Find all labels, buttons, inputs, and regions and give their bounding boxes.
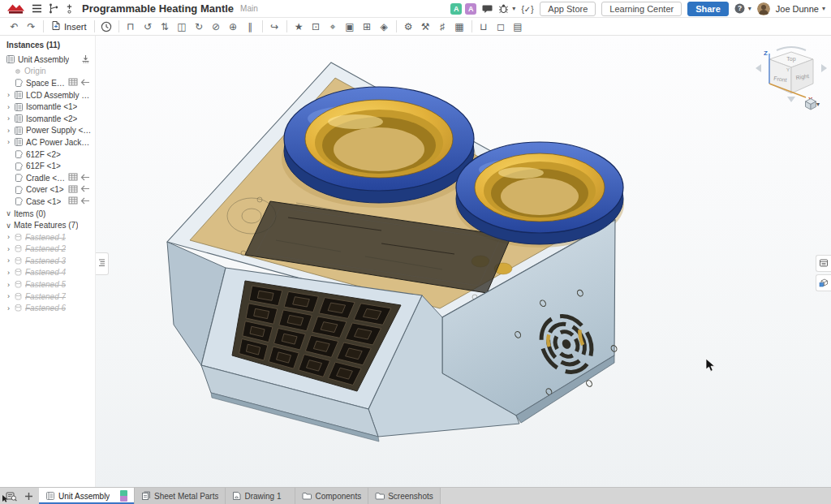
tree-item-fastened-6[interactable]: ›Fastened 6 [0, 302, 95, 314]
appearance-panel-toggle[interactable] [816, 255, 831, 272]
tree-item-case-1[interactable]: Case <1> [0, 196, 95, 208]
chevron-right-icon[interactable]: › [6, 281, 11, 289]
follow-mode-icon[interactable] [65, 3, 75, 14]
share-button[interactable]: Share [687, 2, 729, 16]
roll-arrow-icon[interactable] [777, 47, 806, 50]
tree-item-612f-1[interactable]: 612F <1> [0, 160, 95, 172]
bug-caret-icon[interactable]: ▾ [512, 5, 515, 12]
insert-structure-icon[interactable]: ▦ [451, 19, 468, 35]
undo-icon[interactable]: ↶ [6, 19, 23, 35]
tree-section-mate-features-7[interactable]: ∨Mate Features (7) [0, 219, 95, 231]
exploded-view-icon[interactable]: ⊔ [476, 19, 493, 35]
doc-tab-components[interactable]: Components [295, 488, 368, 504]
structure-panel-toggle[interactable] [96, 252, 109, 275]
pin-slot-mate-icon[interactable]: ⊘ [208, 19, 225, 35]
tree-item-isomantle-1[interactable]: ›Isomantle <1> [0, 101, 95, 113]
tree-item-unit-assembly[interactable]: Unit Assembly [0, 54, 95, 66]
chevron-right-icon[interactable]: › [6, 138, 11, 146]
tree-item-isomantle-2[interactable]: ›Isomantle <2> [0, 113, 95, 125]
viewcube-top-label[interactable]: Top [786, 56, 795, 62]
group-icon[interactable]: ▣ [342, 19, 359, 35]
planar-mate-icon[interactable]: ◫ [174, 19, 191, 35]
tree-item-fastened-1[interactable]: ›Fastened 1 [0, 231, 95, 243]
tree-item-space-envelo[interactable]: Space Envelo... [0, 77, 95, 89]
chevron-right-icon[interactable]: › [6, 103, 11, 111]
insert-button[interactable]: Insert [47, 20, 91, 32]
user-name[interactable]: Joe Dunne [776, 4, 819, 14]
bug-report-icon[interactable] [498, 3, 509, 14]
snap-mode-icon[interactable]: ↪ [266, 19, 283, 35]
chevron-right-icon[interactable]: › [6, 233, 11, 241]
cylindrical-mate-icon[interactable]: ↻ [191, 19, 208, 35]
app-store-button[interactable]: App Store [540, 2, 596, 16]
fastened-mate-icon[interactable]: ⊓ [123, 19, 140, 35]
tree-item-origin[interactable]: Origin [0, 66, 95, 78]
configuration-panel-toggle[interactable] [816, 274, 831, 291]
rack-pinion-relation-icon[interactable]: ⚒ [417, 19, 434, 35]
main-menu-icon[interactable] [32, 4, 42, 13]
add-tab-icon[interactable] [24, 492, 33, 501]
tree-item-ac-power-jack-1[interactable]: ›AC Power Jack <1> [0, 136, 95, 149]
tree-item-fastened-7[interactable]: ›Fastened 7 [0, 291, 95, 303]
rotate-down-arrow-icon[interactable] [787, 97, 795, 102]
linear-pattern-icon[interactable]: ⊞ [359, 19, 376, 35]
user-caret-icon[interactable]: ▾ [822, 5, 825, 12]
tree-item-612f-2[interactable]: 612F <2> [0, 149, 95, 161]
tree-item-fastened-3[interactable]: ›Fastened 3 [0, 255, 95, 267]
replicate-icon[interactable]: ★ [291, 19, 308, 35]
isomantle-2[interactable] [456, 142, 623, 244]
circular-pattern-icon[interactable]: ◈ [376, 19, 393, 35]
workspace-name[interactable]: Main [240, 4, 258, 13]
display-states-icon[interactable]: ◻ [493, 19, 510, 35]
doc-tab-screenshots[interactable]: Screenshots [368, 488, 441, 504]
bom-icon[interactable]: ▤ [510, 19, 527, 35]
user-avatar[interactable] [757, 2, 770, 15]
doc-tab-unit-assembly[interactable]: Unit Assembly [39, 488, 135, 504]
revolute-mate-icon[interactable]: ↺ [140, 19, 157, 35]
view-cube[interactable]: Top Front Right Y Z X [754, 45, 829, 106]
tree-section-items-0[interactable]: ∨Items (0) [0, 208, 95, 220]
tree-item-cradle-1[interactable]: Cradle <1> [0, 172, 95, 184]
doc-tab-sheet-metal-parts[interactable]: Sheet Metal Parts [135, 488, 226, 504]
chevron-right-icon[interactable]: › [6, 269, 11, 277]
redo-icon[interactable]: ↷ [23, 19, 40, 35]
comment-icon[interactable] [482, 4, 493, 14]
gear-relation-icon[interactable]: ⚙ [400, 19, 417, 35]
chevron-right-icon[interactable]: › [6, 114, 11, 123]
tree-item-fastened-5[interactable]: ›Fastened 5 [0, 278, 95, 291]
chevron-right-icon[interactable]: › [6, 256, 11, 265]
tree-item-fastened-4[interactable]: ›Fastened 4 [0, 267, 95, 279]
chevron-right-icon[interactable]: › [6, 91, 11, 99]
help-icon[interactable]: ? [734, 3, 745, 14]
learning-center-button[interactable]: Learning Center [601, 2, 682, 16]
parallel-relation-icon[interactable]: ∥ [242, 19, 259, 35]
tree-item-cover-1[interactable]: Cover <1> [0, 184, 95, 196]
rotate-right-arrow-icon[interactable] [821, 64, 827, 72]
tree-item-power-supply-1[interactable]: ›Power Supply <1> [0, 125, 95, 137]
history-clock-icon[interactable] [98, 21, 115, 32]
heating-mantle-model[interactable] [0, 36, 831, 504]
rotate-left-arrow-icon[interactable] [756, 64, 761, 72]
chevron-right-icon[interactable]: › [6, 292, 11, 300]
chevron-down-icon[interactable]: ∨ [6, 222, 11, 230]
help-caret-icon[interactable]: ▾ [748, 5, 751, 12]
versions-icon[interactable] [48, 3, 59, 14]
view-options-dropdown[interactable]: ▾ [804, 97, 820, 110]
slider-mate-icon[interactable]: ⇅ [157, 19, 174, 35]
mate-connector-icon[interactable]: ⌖ [325, 19, 342, 35]
tree-item-lcd-assembly-1[interactable]: ›LCD Assembly <1> [0, 89, 95, 101]
ball-mate-icon[interactable]: ⊕ [225, 19, 242, 35]
screw-relation-icon[interactable]: ♯ [434, 19, 451, 35]
chevron-right-icon[interactable]: › [6, 245, 11, 253]
chevron-down-icon[interactable]: ∨ [6, 209, 11, 218]
chevron-right-icon[interactable]: › [6, 304, 11, 312]
featurescript-icon[interactable]: {✓} [521, 4, 534, 14]
chevron-right-icon[interactable]: › [6, 127, 11, 135]
tree-item-fastened-2[interactable]: ›Fastened 2 [0, 243, 95, 256]
presence-badge[interactable]: A [450, 3, 462, 15]
isomantle-1[interactable] [284, 87, 474, 203]
graphics-area[interactable]: Instances (11) Unit AssemblyOriginSpace … [0, 36, 831, 487]
select-transform-icon[interactable]: ⊡ [308, 19, 325, 35]
doc-tab-drawing-1[interactable]: Drawing 1 [226, 488, 295, 504]
presence-badge[interactable]: A [465, 3, 476, 15]
